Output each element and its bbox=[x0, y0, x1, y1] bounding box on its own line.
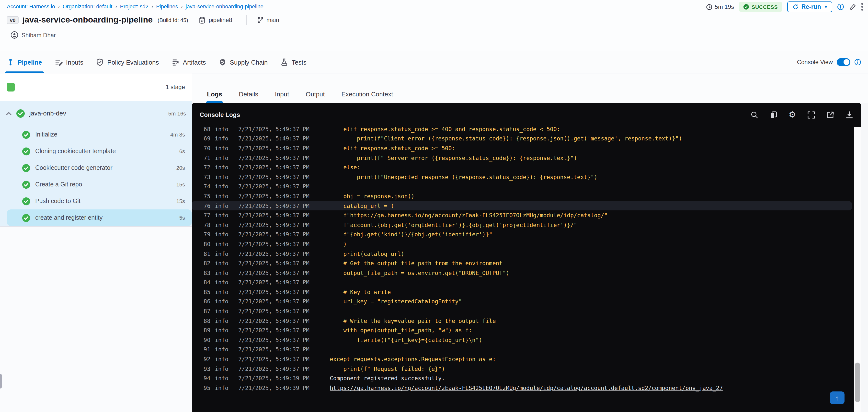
breadcrumb-item-project[interactable]: Project: sd2 bbox=[120, 3, 149, 9]
log-timestamp: 7/21/2025, 5:49:37 PM bbox=[238, 260, 316, 267]
log-line-86: 86info7/21/2025, 5:49:37 PM url_key = "r… bbox=[192, 297, 854, 306]
console-view-toggle[interactable] bbox=[837, 58, 850, 66]
log-level: info bbox=[215, 231, 227, 238]
breadcrumb-item-organization[interactable]: Organization: default bbox=[63, 3, 112, 9]
log-timestamp: 7/21/2025, 5:49:39 PM bbox=[238, 375, 316, 382]
log-message: elif response.status_code >= 500: bbox=[330, 145, 455, 152]
tab-supply-chain[interactable]: Supply Chain bbox=[219, 52, 268, 73]
panel-resize-handle[interactable] bbox=[0, 374, 2, 388]
log-level: info bbox=[215, 202, 227, 209]
divider bbox=[246, 15, 246, 25]
breadcrumb-item-account[interactable]: Account: Harness.io bbox=[7, 3, 55, 9]
log-line-89: 89info7/21/2025, 5:49:37 PM with open(ou… bbox=[192, 326, 854, 335]
stage-header[interactable]: java-onb-dev 5m 16s bbox=[0, 101, 192, 126]
scroll-to-top-button[interactable]: ↑ bbox=[830, 391, 844, 404]
log-timestamp: 7/21/2025, 5:49:37 PM bbox=[238, 154, 316, 161]
log-timestamp: 7/21/2025, 5:49:39 PM bbox=[238, 385, 316, 391]
logtab-logs[interactable]: Logs bbox=[206, 91, 223, 98]
step-name: create and register entity bbox=[35, 214, 102, 221]
log-message: print(f" Request failed: {e}") bbox=[330, 365, 445, 372]
execution-duration: 5m 19s bbox=[706, 3, 734, 10]
stage-minimap-square[interactable] bbox=[7, 83, 15, 92]
tab-policy-evaluations[interactable]: Policy Evaluations bbox=[96, 52, 159, 73]
log-line-95: 95info7/21/2025, 5:49:39 PMhttps://qa.ha… bbox=[192, 383, 854, 393]
breadcrumb-separator: › bbox=[151, 3, 153, 9]
breadcrumb-separator: › bbox=[58, 3, 60, 9]
tab-pipeline[interactable]: Pipeline bbox=[7, 52, 42, 73]
stage-count-label: 1 stage bbox=[166, 84, 185, 91]
console-view-label: Console View bbox=[797, 59, 833, 66]
tab-artifacts[interactable]: Artifacts bbox=[172, 52, 206, 73]
kebab-menu-icon[interactable] bbox=[861, 3, 863, 11]
tab-tests[interactable]: Tests bbox=[280, 52, 307, 73]
git-branch-icon bbox=[257, 17, 264, 24]
repo-ref[interactable]: pipeline8 bbox=[199, 17, 232, 24]
breadcrumb-item-pipelines[interactable]: Pipelines bbox=[156, 3, 178, 9]
log-timestamp: 7/21/2025, 5:49:37 PM bbox=[238, 174, 316, 181]
log-timestamp: 7/21/2025, 5:49:37 PM bbox=[238, 221, 316, 228]
log-url-link[interactable]: https://qa.harness.io/ng/account/zEaak-F… bbox=[350, 212, 604, 219]
logtab-details[interactable]: Details bbox=[238, 91, 259, 98]
log-level: info bbox=[215, 317, 227, 324]
log-level: info bbox=[215, 135, 227, 142]
settings-gear-icon[interactable]: ⚙ bbox=[789, 110, 796, 119]
log-line-87: 87info7/21/2025, 5:49:37 PM bbox=[192, 307, 854, 316]
step-create-a-git-repo[interactable]: Create a Git repo15s bbox=[0, 176, 192, 193]
stage-name: java-onb-dev bbox=[29, 109, 66, 117]
step-push-code-to-git[interactable]: Push code to Git15s bbox=[0, 193, 192, 210]
log-level: info bbox=[215, 356, 227, 362]
check-circle-icon bbox=[22, 180, 30, 189]
refresh-icon bbox=[793, 4, 798, 10]
log-timestamp: 7/21/2025, 5:49:37 PM bbox=[238, 135, 316, 142]
breadcrumb-separator: › bbox=[181, 3, 183, 9]
log-line-77: 77info7/21/2025, 5:49:37 PM f"https://qa… bbox=[192, 211, 854, 220]
log-line-number: 77 bbox=[192, 212, 210, 219]
log-timestamp: 7/21/2025, 5:49:37 PM bbox=[238, 308, 316, 315]
log-level: info bbox=[215, 212, 227, 219]
edit-pencil-icon[interactable] bbox=[849, 3, 856, 10]
step-cloning-cookiecutter-template[interactable]: Cloning cookiecutter template6s bbox=[0, 143, 192, 160]
step-cookiecutter-code-generator[interactable]: Cookiecutter code generator20s bbox=[0, 160, 192, 176]
log-timestamp: 7/21/2025, 5:49:37 PM bbox=[238, 212, 316, 219]
log-line-number: 69 bbox=[192, 135, 210, 142]
tab-inputs[interactable]: Inputs bbox=[55, 52, 84, 73]
branch-ref[interactable]: main bbox=[257, 17, 279, 24]
log-message: else: bbox=[330, 164, 360, 171]
step-initialize[interactable]: Initialize4m 8s bbox=[0, 126, 192, 143]
log-level: info bbox=[215, 174, 227, 181]
log-timestamp: 7/21/2025, 5:49:37 PM bbox=[238, 346, 316, 353]
log-line-number: 81 bbox=[192, 250, 210, 257]
log-level: info bbox=[215, 183, 227, 190]
log-line-76: 76info7/21/2025, 5:49:37 PM catalog_url … bbox=[192, 201, 852, 211]
fullscreen-icon[interactable] bbox=[807, 111, 815, 119]
scrollbar-track[interactable] bbox=[854, 127, 861, 412]
log-line-number: 85 bbox=[192, 289, 210, 295]
scrollbar-thumb[interactable] bbox=[855, 362, 860, 402]
log-timestamp: 7/21/2025, 5:49:37 PM bbox=[238, 202, 316, 209]
tab-label: Supply Chain bbox=[230, 59, 268, 66]
stage-toolbar: 1 stage bbox=[0, 73, 192, 101]
search-icon[interactable] bbox=[750, 111, 758, 119]
log-level: info bbox=[215, 385, 227, 391]
step-create-and-register-entity[interactable]: create and register entity5s bbox=[7, 210, 192, 226]
logtab-execution-context[interactable]: Execution Context bbox=[341, 91, 394, 98]
chevron-up-icon[interactable] bbox=[6, 111, 12, 115]
breadcrumb-item-java-service-onboarding-pipeline[interactable]: java-service-onboarding-pipeline bbox=[186, 3, 264, 9]
rerun-button[interactable]: Re-run ▾ bbox=[787, 1, 832, 12]
log-level: info bbox=[215, 127, 227, 133]
download-icon[interactable] bbox=[845, 111, 853, 119]
logtab-input[interactable]: Input bbox=[274, 91, 290, 98]
log-line-70: 70info7/21/2025, 5:49:37 PM elif respons… bbox=[192, 144, 854, 153]
stage-duration: 5m 16s bbox=[168, 110, 186, 116]
log-level: info bbox=[215, 337, 227, 344]
log-message: print(f"Client error ({response.status_c… bbox=[330, 135, 682, 142]
copy-icon[interactable] bbox=[770, 111, 777, 119]
info-icon[interactable] bbox=[854, 59, 861, 66]
version-badge: v0 bbox=[7, 16, 18, 24]
log-message: # Write the key=value pair to the output… bbox=[330, 317, 496, 324]
open-in-new-icon[interactable] bbox=[827, 111, 834, 119]
info-icon[interactable] bbox=[837, 3, 844, 10]
log-url-link[interactable]: https://qa.harness.io/ng/account/zEaak-F… bbox=[330, 385, 723, 391]
logtab-output[interactable]: Output bbox=[305, 91, 326, 98]
log-timestamp: 7/21/2025, 5:49:37 PM bbox=[238, 298, 316, 305]
